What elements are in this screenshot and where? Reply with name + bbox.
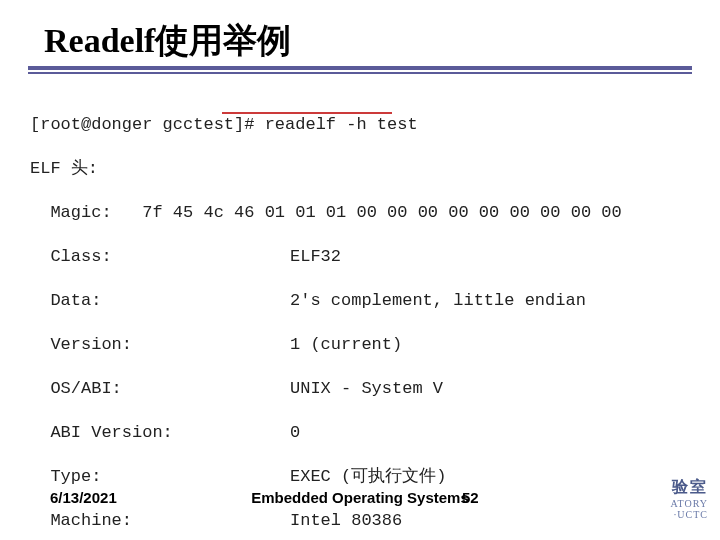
title-cn: 使用举例 xyxy=(155,21,291,59)
osabi-value: UNIX - System V xyxy=(290,378,443,400)
lab-watermark: 验室 ATORY ·UCTC xyxy=(658,477,708,520)
terminal-output: [root@donger gcctest]# readelf -h test E… xyxy=(30,92,622,540)
title-rule-thick xyxy=(28,66,692,70)
lab-en1: ATORY xyxy=(658,498,708,509)
elf-header-label: ELF 头: xyxy=(30,158,622,180)
machine-label: Machine: xyxy=(30,510,290,532)
class-label: Class: xyxy=(30,246,290,268)
type-label: Type: xyxy=(30,466,290,488)
lab-en2: ·UCTC xyxy=(658,509,708,520)
footer-page: 52 xyxy=(462,489,479,506)
data-label: Data: xyxy=(30,290,290,312)
class-value: ELF32 xyxy=(290,246,341,268)
osabi-label: OS/ABI: xyxy=(30,378,290,400)
data-value: 2's complement, little endian xyxy=(290,290,586,312)
command: readelf -h test xyxy=(265,115,418,134)
version-value: 1 (current) xyxy=(290,334,402,356)
abiver-label: ABI Version: xyxy=(30,422,290,444)
prompt: [root@donger gcctest]# xyxy=(30,115,265,134)
footer-title: Embedded Operating Systems xyxy=(0,489,720,506)
lab-cn: 验室 xyxy=(658,477,708,498)
type-value: EXEC (可执行文件) xyxy=(290,466,446,488)
slide: Readelf使用举例 [root@donger gcctest]# reade… xyxy=(0,0,720,540)
magic-value: 7f 45 4c 46 01 01 01 00 00 00 00 00 00 0… xyxy=(142,203,621,222)
slide-title: Readelf使用举例 xyxy=(44,18,291,64)
magic-label: Magic: xyxy=(30,203,142,222)
title-en: Readelf xyxy=(44,22,155,59)
version-label: Version: xyxy=(30,334,290,356)
title-rule-thin xyxy=(28,72,692,74)
abiver-value: 0 xyxy=(290,422,300,444)
machine-value: Intel 80386 xyxy=(290,510,402,532)
